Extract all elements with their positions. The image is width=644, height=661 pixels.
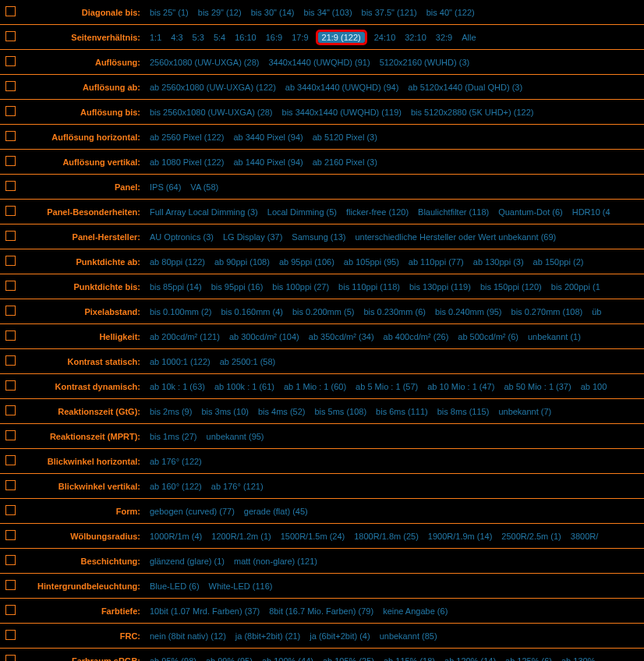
filter-checkbox[interactable] xyxy=(5,231,16,241)
filter-option[interactable]: AU Optronics (3) xyxy=(150,232,214,242)
filter-option[interactable]: ab 125% (6) xyxy=(505,656,552,662)
filter-option[interactable]: nein (8bit nativ) (12) xyxy=(150,631,226,641)
filter-option[interactable]: bis 8ms (115) xyxy=(437,407,490,416)
filter-option[interactable]: bis 100ppi (27) xyxy=(272,282,329,292)
filter-option[interactable]: ab 115% (18) xyxy=(384,656,435,662)
filter-option[interactable]: 2500R/2.5m (1) xyxy=(501,532,561,541)
filter-option[interactable]: VA (58) xyxy=(190,182,218,192)
filter-option[interactable]: ab 400cd/m² (26) xyxy=(384,332,449,341)
filter-option[interactable]: ab 80ppi (122) xyxy=(150,257,205,267)
filter-option[interactable]: 5:3 xyxy=(193,33,204,42)
filter-option[interactable]: ab 90ppi (108) xyxy=(214,257,270,267)
filter-checkbox[interactable] xyxy=(5,580,16,590)
filter-option[interactable]: bis 0.230mm (6) xyxy=(363,307,425,316)
filter-option[interactable]: 4:3 xyxy=(171,33,182,42)
filter-option[interactable]: bis 6ms (111) xyxy=(376,407,428,416)
filter-checkbox[interactable] xyxy=(5,206,16,216)
filter-option[interactable]: 1900R/1.9m (14) xyxy=(428,532,493,541)
filter-option[interactable]: Full Array Local Dimming (3) xyxy=(150,207,258,217)
filter-option[interactable]: ab 130% xyxy=(561,656,595,662)
filter-checkbox[interactable] xyxy=(5,480,16,490)
filter-option[interactable]: bis 3440x1440 (UWQHD) (119) xyxy=(282,108,402,117)
filter-option[interactable]: 5:4 xyxy=(214,33,225,42)
filter-checkbox[interactable] xyxy=(5,131,16,141)
filter-checkbox[interactable] xyxy=(5,106,16,116)
filter-option[interactable]: bis 0.240mm (95) xyxy=(435,307,502,316)
filter-option[interactable]: unbekannt (7) xyxy=(498,407,551,416)
filter-option[interactable]: Alle xyxy=(462,33,476,42)
filter-checkbox[interactable] xyxy=(5,530,16,540)
filter-option[interactable]: flicker-free (120) xyxy=(346,207,409,217)
filter-option[interactable]: bis 5120x2880 (5K UHD+) (122) xyxy=(411,108,533,117)
filter-option[interactable]: ab 2560x1080 (UW-UXGA) (122) xyxy=(150,83,276,92)
filter-option[interactable]: ab 5120 Pixel (3) xyxy=(313,133,377,142)
filter-option[interactable]: ab 50 Mio : 1 (37) xyxy=(504,382,571,391)
filter-option[interactable]: 1000R/1m (4) xyxy=(150,532,202,541)
filter-option[interactable]: 1200R/1.2m (1) xyxy=(211,532,271,541)
filter-option[interactable]: ab 500cd/m² (6) xyxy=(458,332,518,341)
filter-option[interactable]: bis 0.160mm (4) xyxy=(221,307,282,316)
filter-option[interactable]: 8bit (16.7 Mio. Farben) (79) xyxy=(269,606,373,616)
filter-option[interactable]: unterschiedliche Hersteller oder Wert un… xyxy=(355,232,556,242)
filter-option[interactable]: 16:10 xyxy=(235,33,257,42)
filter-checkbox[interactable] xyxy=(5,380,16,391)
filter-option[interactable]: matt (non-glare) (121) xyxy=(234,557,317,566)
filter-checkbox[interactable] xyxy=(5,156,16,166)
filter-checkbox[interactable] xyxy=(5,655,16,661)
filter-option[interactable]: bis 5ms (108) xyxy=(314,407,366,416)
filter-option[interactable]: ab 110ppi (77) xyxy=(409,257,464,267)
filter-option[interactable]: 21:9 (122) xyxy=(318,32,365,43)
filter-option[interactable]: ab 3440x1440 (UWQHD) (94) xyxy=(285,83,399,92)
filter-option[interactable]: ab 100 xyxy=(581,382,607,391)
filter-option[interactable]: gerade (flat) (45) xyxy=(244,507,308,516)
filter-option[interactable]: ab 350cd/m² (34) xyxy=(309,332,374,341)
filter-option[interactable]: ab 105% (25) xyxy=(323,656,374,662)
filter-option[interactable]: bis 0.200mm (5) xyxy=(292,307,354,316)
filter-option[interactable]: ab 95% (98) xyxy=(150,656,196,662)
filter-option[interactable]: bis 34" (103) xyxy=(304,8,352,17)
filter-checkbox[interactable] xyxy=(5,306,16,316)
filter-option[interactable]: bis 200ppi (1 xyxy=(551,282,600,292)
filter-checkbox[interactable] xyxy=(5,281,16,291)
filter-option[interactable]: HDR10 (4 xyxy=(572,207,610,217)
filter-option[interactable]: bis 2560x1080 (UW-UXGA) (28) xyxy=(150,108,273,117)
filter-option[interactable]: unbekannt (95) xyxy=(207,432,264,441)
filter-option[interactable]: 1:1 xyxy=(150,33,161,42)
filter-option[interactable]: ab 10k : 1 (63) xyxy=(150,382,205,391)
filter-option[interactable]: bis 95ppi (16) xyxy=(211,282,264,292)
filter-checkbox[interactable] xyxy=(5,31,16,41)
filter-option[interactable]: bis 4ms (52) xyxy=(258,407,306,416)
filter-option[interactable]: Blue-LED (6) xyxy=(150,581,200,591)
filter-option[interactable]: keine Angabe (6) xyxy=(383,606,448,616)
filter-option[interactable]: ab 100% (44) xyxy=(262,656,313,662)
filter-option[interactable]: ab 2160 Pixel (3) xyxy=(313,157,377,167)
filter-checkbox[interactable] xyxy=(5,330,16,341)
filter-option[interactable]: 17:9 xyxy=(292,33,308,42)
filter-option[interactable]: 10bit (1.07 Mrd. Farben) (37) xyxy=(150,606,260,616)
filter-option[interactable]: bis 150ppi (120) xyxy=(480,282,542,292)
filter-option[interactable]: ab 105ppi (95) xyxy=(344,257,399,267)
filter-option[interactable]: 32:9 xyxy=(436,33,452,42)
filter-option[interactable]: Local Dimming (5) xyxy=(267,207,337,217)
filter-option[interactable]: bis 29" (12) xyxy=(198,8,242,17)
filter-option[interactable]: ab 176° (122) xyxy=(150,457,202,466)
filter-option[interactable]: 5120x2160 (WUHD) (3) xyxy=(380,58,470,67)
filter-option[interactable]: Quantum-Dot (6) xyxy=(498,207,563,217)
filter-option[interactable]: ja (6bit+2bit) (4) xyxy=(310,631,370,641)
filter-option[interactable]: ab 5 Mio : 1 (57) xyxy=(356,382,418,391)
filter-option[interactable]: glänzend (glare) (1) xyxy=(150,557,225,566)
filter-option[interactable]: bis 1ms (27) xyxy=(150,432,197,441)
filter-checkbox[interactable] xyxy=(5,181,16,191)
filter-option[interactable]: bis 40" (122) xyxy=(426,8,475,17)
filter-option[interactable]: bis 3ms (10) xyxy=(201,407,249,416)
filter-option[interactable]: unbekannt (85) xyxy=(380,631,437,641)
filter-option[interactable]: IPS (64) xyxy=(150,182,181,192)
filter-checkbox[interactable] xyxy=(5,355,16,366)
filter-option[interactable]: ab 300cd/m² (104) xyxy=(229,332,299,341)
filter-checkbox[interactable] xyxy=(5,256,16,266)
filter-option[interactable]: ab 1080 Pixel (122) xyxy=(150,157,224,167)
filter-option[interactable]: ab 2500:1 (58) xyxy=(220,357,276,366)
filter-checkbox[interactable] xyxy=(5,455,16,465)
filter-option[interactable]: bis 37.5" (121) xyxy=(362,8,417,17)
filter-option[interactable]: 24:10 xyxy=(374,33,396,42)
